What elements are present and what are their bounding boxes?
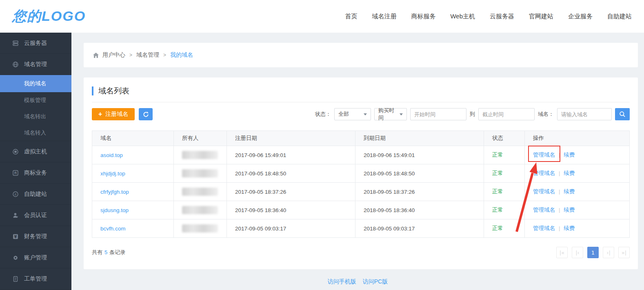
nav-web-hosting[interactable]: Web主机 bbox=[450, 13, 475, 20]
status-badge: 正常 bbox=[492, 207, 503, 213]
manage-domain-link[interactable]: 管理域名 bbox=[533, 170, 555, 176]
page: 您的LOGO 首页 域名注册 商标服务 Web主机 云服务器 官网建站 企业服务… bbox=[0, 0, 644, 290]
sidebar-item-domain-management[interactable]: 域名管理 bbox=[0, 54, 71, 75]
nav-domain-register[interactable]: 域名注册 bbox=[372, 13, 396, 20]
domain-link[interactable]: asoid.top bbox=[100, 152, 123, 158]
end-date-input[interactable] bbox=[478, 108, 535, 120]
server-icon bbox=[12, 40, 19, 46]
renew-link[interactable]: 续费 bbox=[564, 152, 575, 158]
renew-link[interactable]: 续费 bbox=[564, 225, 575, 231]
sidebar-item-finance-management[interactable]: ¥ 财务管理 bbox=[0, 226, 71, 247]
mobile-version-link[interactable]: 访问手机版 bbox=[328, 278, 356, 285]
panel-title-row: 域名列表 bbox=[92, 86, 630, 102]
domain-table: 域名 所有人 注册日期 到期日期 状态 操作 asoid.top 2017-09… bbox=[92, 131, 630, 238]
sidebar-subitem-domain-transfer-in[interactable]: 域名转入 bbox=[0, 125, 71, 141]
search-button[interactable] bbox=[615, 108, 630, 120]
action-separator: | bbox=[559, 225, 560, 231]
registered-date: 2017-09-05 18:37:26 bbox=[235, 189, 286, 195]
sidebar-item-label: 账户管理 bbox=[24, 254, 47, 261]
owner-redacted bbox=[182, 224, 218, 232]
svg-text:¥: ¥ bbox=[14, 235, 17, 239]
renew-link[interactable]: 续费 bbox=[564, 188, 575, 195]
hosting-icon bbox=[12, 148, 19, 155]
status-badge: 正常 bbox=[492, 225, 503, 231]
sidebar-item-cloud-server[interactable]: 云服务器 bbox=[0, 33, 71, 54]
start-date-input[interactable] bbox=[410, 108, 466, 120]
status-badge: 正常 bbox=[492, 152, 503, 158]
nav-home[interactable]: 首页 bbox=[345, 13, 357, 20]
sidebar-item-self-service-site[interactable]: e 自助建站 bbox=[0, 184, 71, 205]
action-separator: | bbox=[559, 152, 560, 158]
breadcrumb-domain-management[interactable]: 域名管理 bbox=[136, 51, 159, 59]
sidebar-item-ticket-management[interactable]: 工单管理 bbox=[0, 268, 71, 290]
plus-icon: + bbox=[98, 111, 102, 117]
status-badge: 正常 bbox=[492, 188, 503, 195]
pc-version-link[interactable]: 访问PC版 bbox=[363, 278, 388, 285]
globe-icon bbox=[12, 61, 19, 68]
register-domain-button[interactable]: + 注册域名 bbox=[92, 108, 135, 120]
sidebar-item-label: 会员认证 bbox=[24, 212, 47, 219]
domain-search-input[interactable] bbox=[557, 108, 612, 120]
nav-cloud-server[interactable]: 云服务器 bbox=[490, 13, 514, 20]
domain-link[interactable]: cfrfyjfgh.top bbox=[100, 189, 129, 195]
pagination-page-1-button[interactable]: 1 bbox=[587, 247, 599, 258]
breadcrumb-user-center[interactable]: 用户中心 bbox=[102, 51, 125, 59]
domain-link[interactable]: bcvfh.com bbox=[100, 226, 126, 232]
toolbar: + 注册域名 状态： 全部 购买时间 bbox=[92, 108, 630, 120]
owner-redacted bbox=[182, 151, 218, 159]
expiry-date: 2018-09-05 18:37:26 bbox=[364, 189, 415, 195]
expiry-date: 2018-09-05 09:03:17 bbox=[364, 226, 415, 232]
sidebar-item-label: 商标业务 bbox=[24, 169, 47, 177]
pagination-next-button[interactable]: ›| bbox=[603, 247, 614, 258]
gear-icon bbox=[12, 255, 19, 261]
sidebar-item-label: 自助建站 bbox=[24, 190, 47, 198]
column-header-owner: 所有人 bbox=[174, 131, 227, 146]
breadcrumb: 用户中心 > 域名管理 > 我的域名 bbox=[84, 43, 638, 67]
status-select[interactable]: 全部 bbox=[334, 108, 371, 120]
manage-domain-link[interactable]: 管理域名 bbox=[533, 207, 555, 213]
sidebar-subitem-domain-transfer-out[interactable]: 域名转出 bbox=[0, 108, 71, 125]
manage-domain-link[interactable]: 管理域名 bbox=[533, 188, 555, 195]
refresh-button[interactable] bbox=[139, 108, 153, 120]
sidebar-subitem-label: 域名转入 bbox=[24, 129, 46, 137]
sidebar-item-virtual-hosting[interactable]: 虚拟主机 bbox=[0, 141, 71, 162]
renew-link[interactable]: 续费 bbox=[564, 207, 575, 213]
logo: 您的LOGO bbox=[12, 7, 86, 26]
refresh-icon bbox=[143, 111, 149, 117]
status-select-value: 全部 bbox=[338, 111, 349, 118]
manage-domain-link[interactable]: 管理域名 bbox=[533, 152, 555, 158]
register-domain-label: 注册域名 bbox=[105, 111, 128, 118]
pagination: |« |‹ 1 ›| »| bbox=[556, 247, 630, 258]
sidebar-item-label: 财务管理 bbox=[24, 233, 47, 240]
domain-link[interactable]: sjdusng.top bbox=[100, 207, 129, 213]
column-header-expires: 到期日期 bbox=[355, 131, 484, 146]
sidebar-item-trademark-business[interactable]: R 商标业务 bbox=[0, 162, 71, 184]
sidebar-item-member-verification[interactable]: 会员认证 bbox=[0, 205, 71, 226]
sidebar-subitem-template-management[interactable]: 模板管理 bbox=[0, 92, 71, 108]
manage-domain-link[interactable]: 管理域名 bbox=[533, 225, 555, 231]
breadcrumb-separator: > bbox=[163, 52, 166, 58]
time-type-select[interactable]: 购买时间 bbox=[374, 108, 407, 120]
filter-bar: 状态： 全部 购买时间 到 域名： bbox=[315, 108, 630, 120]
domain-link[interactable]: xhjdjdj.top bbox=[100, 170, 125, 177]
sidebar-subitem-my-domains[interactable]: 我的域名 bbox=[0, 75, 71, 92]
nav-enterprise-service[interactable]: 企业服务 bbox=[568, 13, 593, 20]
nav-trademark-service[interactable]: 商标服务 bbox=[411, 13, 435, 20]
yuan-icon: ¥ bbox=[12, 233, 19, 240]
pagination-last-button[interactable]: »| bbox=[618, 247, 630, 258]
chevron-down-icon bbox=[400, 113, 403, 115]
nav-website-building[interactable]: 官网建站 bbox=[529, 13, 553, 20]
renew-link[interactable]: 续费 bbox=[564, 170, 575, 176]
member-icon bbox=[12, 212, 19, 219]
pagination-prev-button[interactable]: |‹ bbox=[572, 247, 583, 258]
action-separator: | bbox=[559, 188, 560, 195]
column-header-status: 状态 bbox=[484, 131, 525, 146]
status-badge: 正常 bbox=[492, 170, 503, 176]
pagination-first-button[interactable]: |« bbox=[556, 247, 568, 258]
registered-date: 2017-09-05 18:36:40 bbox=[235, 207, 286, 213]
domain-filter-label: 域名： bbox=[538, 111, 554, 118]
action-separator: | bbox=[559, 207, 560, 213]
expiry-date: 2018-09-05 18:48:50 bbox=[364, 170, 415, 177]
nav-self-service-site[interactable]: 自助建站 bbox=[607, 13, 632, 20]
sidebar-item-account-management[interactable]: 账户管理 bbox=[0, 247, 71, 268]
